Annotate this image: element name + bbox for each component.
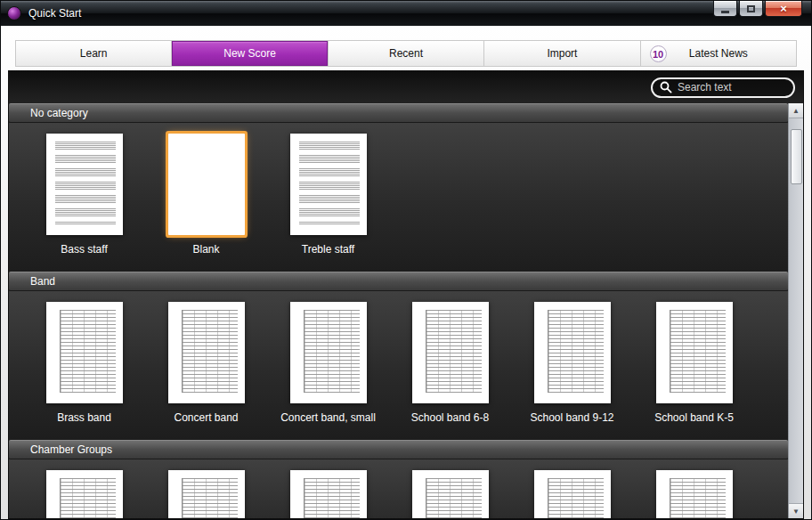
quick-start-window: Quick Start × Learn New Score Recent	[0, 0, 812, 520]
tab-bar: Learn New Score Recent Import 10 Latest …	[15, 40, 797, 67]
template-label: Treble staff	[302, 243, 354, 256]
tab-label: Import	[547, 47, 577, 60]
tab-new-score[interactable]: New Score	[172, 41, 328, 66]
close-button[interactable]: ×	[765, 1, 802, 17]
score-thumbnail	[46, 470, 123, 518]
template-card-bass-staff[interactable]: Bass staff	[23, 134, 145, 256]
section-header-no-category: No category	[9, 103, 788, 123]
app-icon	[7, 6, 21, 20]
tab-label: Learn	[80, 47, 108, 60]
content-panel: No category Bass staff Blank	[8, 70, 804, 519]
template-label: School band 6-8	[411, 411, 489, 424]
maximize-button[interactable]	[739, 1, 763, 17]
template-label: Blank	[192, 243, 219, 256]
tab-learn[interactable]: Learn	[16, 41, 172, 66]
score-thumbnail	[46, 134, 123, 235]
search-icon	[660, 81, 672, 93]
template-card-treble-staff[interactable]: Treble staff	[267, 134, 389, 256]
maximize-icon	[747, 5, 755, 12]
score-thumbnail	[290, 302, 367, 403]
template-card-school-band-9-12[interactable]: School band 9-12	[511, 302, 633, 424]
score-thumbnail	[656, 470, 733, 518]
template-label: Bass staff	[61, 243, 107, 256]
template-card[interactable]	[633, 470, 755, 518]
template-card[interactable]	[145, 470, 267, 518]
section-items-chamber-groups	[9, 459, 788, 518]
search-box[interactable]	[651, 77, 795, 98]
template-card-concert-band-small[interactable]: Concert band, small	[267, 302, 389, 424]
template-label: School band 9-12	[530, 411, 613, 424]
minimize-icon	[721, 11, 729, 13]
scroll-up-button[interactable]: ▲	[789, 103, 803, 118]
score-thumbnail	[46, 302, 123, 403]
score-thumbnail	[290, 134, 367, 235]
section-title: No category	[30, 107, 88, 119]
score-thumbnail	[412, 470, 489, 518]
section-items-band: Brass band Concert band Concert band, sm…	[9, 291, 788, 440]
template-card-school-band-k-5[interactable]: School band K-5	[633, 302, 755, 424]
news-count-badge: 10	[650, 45, 667, 62]
section-title: Chamber Groups	[30, 443, 112, 456]
score-thumbnail	[534, 470, 611, 518]
section-header-chamber-groups: Chamber Groups	[9, 440, 788, 459]
vertical-scrollbar[interactable]: ▲ ▼	[788, 103, 803, 518]
tab-label: New Score	[223, 47, 276, 60]
tab-import[interactable]: Import	[484, 41, 640, 66]
template-label: Concert band, small	[280, 411, 376, 424]
template-card-concert-band[interactable]: Concert band	[145, 302, 267, 424]
scroll-region: No category Bass staff Blank	[9, 103, 803, 518]
template-card[interactable]	[267, 470, 389, 518]
template-card[interactable]	[23, 470, 145, 518]
template-card[interactable]	[511, 470, 633, 518]
template-card-blank[interactable]: Blank	[145, 134, 267, 256]
titlebar: Quick Start ×	[1, 1, 811, 26]
template-label: Brass band	[57, 411, 111, 424]
window-title: Quick Start	[28, 7, 81, 20]
score-thumbnail	[290, 470, 367, 518]
score-thumbnail	[168, 302, 245, 403]
section-title: Band	[30, 275, 55, 288]
tab-recent[interactable]: Recent	[329, 41, 484, 66]
close-icon: ×	[780, 2, 787, 15]
scroll-up-icon: ▲	[792, 107, 800, 115]
tab-label: Recent	[389, 47, 423, 60]
score-thumbnail	[168, 134, 245, 235]
window-controls: ×	[713, 1, 802, 17]
score-thumbnail	[656, 302, 733, 403]
score-thumbnail	[168, 470, 245, 518]
template-card-school-band-6-8[interactable]: School band 6-8	[389, 302, 511, 424]
tab-label: Latest News	[689, 47, 748, 60]
search-input[interactable]	[678, 81, 786, 93]
scrollbar-thumb[interactable]	[791, 129, 802, 184]
score-thumbnail	[412, 302, 489, 403]
scroll-down-icon: ▼	[792, 508, 800, 516]
search-row	[9, 71, 803, 103]
window-body: Learn New Score Recent Import 10 Latest …	[1, 26, 811, 519]
template-label: Concert band	[174, 411, 238, 424]
tab-latest-news[interactable]: 10 Latest News	[641, 41, 796, 66]
score-thumbnail	[534, 302, 611, 403]
scroll-down-button[interactable]: ▼	[789, 503, 803, 518]
template-sections: No category Bass staff Blank	[9, 103, 788, 518]
template-label: School band K-5	[654, 411, 734, 424]
section-header-band: Band	[9, 272, 788, 291]
template-card[interactable]	[389, 470, 511, 518]
section-items-no-category: Bass staff Blank Treble staff	[9, 123, 788, 272]
template-card-brass-band[interactable]: Brass band	[23, 302, 145, 424]
minimize-button[interactable]	[713, 1, 737, 17]
